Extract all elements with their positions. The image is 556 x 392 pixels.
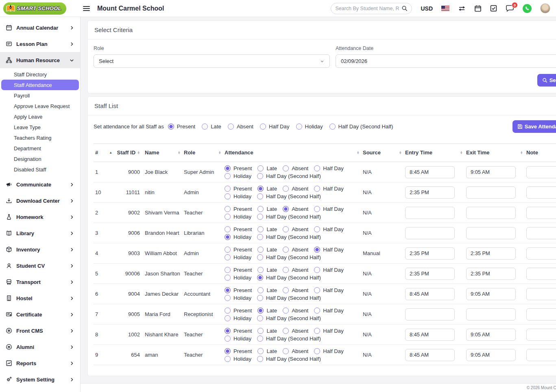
row-4-radio-half-day[interactable]: Half Day (314, 247, 344, 253)
attendance-date-input[interactable] (336, 54, 556, 68)
row-2-radio-absent[interactable]: Absent (283, 206, 308, 212)
radio-icon[interactable] (283, 328, 289, 334)
row-9-radio-half-day[interactable]: Half Day (314, 348, 344, 354)
task-check-icon[interactable] (490, 5, 497, 12)
entry-time-input[interactable] (405, 207, 455, 219)
global-search[interactable] (331, 3, 412, 14)
radio-icon[interactable] (283, 348, 289, 354)
column-header--[interactable]: #▲ (95, 150, 112, 156)
column-header-entry-time[interactable]: Entry Time▲▼ (405, 150, 463, 156)
sidebar-item-homework[interactable]: Homework (0, 209, 80, 225)
row-5-radio-late[interactable]: Late (257, 267, 277, 273)
sidebar-item-hostel[interactable]: Hostel (0, 290, 80, 306)
radio-icon[interactable] (314, 165, 320, 171)
sidebar-subitem-staff-attendance[interactable]: Staff Attendance (1, 80, 79, 90)
radio-icon[interactable] (225, 295, 231, 301)
sidebar-item-annual-calendar[interactable]: Annual Calendar (0, 19, 80, 36)
radio-icon[interactable] (225, 275, 231, 281)
note-input[interactable] (526, 166, 556, 178)
note-input[interactable] (526, 308, 556, 321)
row-9-radio-late[interactable]: Late (257, 348, 277, 354)
language-flag-icon[interactable] (441, 6, 449, 11)
entry-time-input[interactable] (405, 349, 455, 361)
radio-icon[interactable] (257, 356, 263, 362)
sidebar-item-student-cv[interactable]: Student CV (0, 258, 80, 274)
radio-icon[interactable] (283, 267, 289, 273)
avatar[interactable] (540, 3, 550, 13)
sidebar-subitem-approve-leave-request[interactable]: Approve Leave Request (1, 101, 79, 111)
radio-icon[interactable] (225, 348, 231, 354)
radio-icon[interactable] (225, 193, 231, 199)
radio-icon[interactable] (314, 206, 320, 212)
row-8-radio-half-day-second-half-[interactable]: Half Day (Second Half) (257, 336, 321, 342)
calendar-icon[interactable] (474, 5, 482, 12)
radio-icon[interactable] (225, 287, 231, 293)
exit-time-input[interactable] (466, 288, 516, 300)
row-9-radio-half-day-second-half-[interactable]: Half Day (Second Half) (257, 356, 321, 362)
row-10-radio-absent[interactable]: Absent (283, 186, 308, 192)
sidebar-subitem-disabled-staff[interactable]: Disabled Staff (1, 164, 79, 175)
currency-selector[interactable]: USD (421, 5, 433, 12)
entry-time-input[interactable] (405, 268, 455, 280)
radio-icon[interactable] (257, 226, 264, 232)
row-8-radio-holiday[interactable]: Holiday (225, 336, 251, 342)
row-5-radio-half-day-second-half-[interactable]: Half Day (Second Half) (257, 275, 321, 281)
radio-icon[interactable] (257, 287, 264, 293)
chat-icon[interactable]: 0 (506, 5, 514, 12)
row-8-radio-present[interactable]: Present (225, 328, 252, 334)
row-7-radio-half-day[interactable]: Half Day (314, 308, 344, 314)
sidebar-item-library[interactable]: Library (0, 225, 80, 241)
radio-icon[interactable] (225, 315, 231, 321)
set-all-radio-holiday[interactable]: Holiday (296, 123, 323, 130)
row-1-radio-late[interactable]: Late (257, 165, 277, 171)
row-5-radio-holiday[interactable]: Holiday (225, 275, 251, 281)
entry-time-input[interactable] (405, 329, 455, 341)
radio-icon[interactable] (257, 328, 264, 334)
radio-icon[interactable] (257, 348, 264, 354)
radio-icon[interactable] (283, 247, 289, 253)
row-5-radio-present[interactable]: Present (225, 267, 252, 273)
radio-icon[interactable] (314, 328, 320, 334)
sidebar-subitem-designation[interactable]: Designation (1, 154, 79, 164)
row-3-radio-present[interactable]: Present (225, 226, 252, 232)
radio-icon[interactable] (257, 295, 263, 301)
row-1-radio-absent[interactable]: Absent (283, 165, 308, 171)
search-icon[interactable] (401, 5, 408, 11)
note-input[interactable] (526, 329, 556, 341)
row-7-radio-late[interactable]: Late (257, 308, 277, 314)
sidebar-item-lesson-plan[interactable]: Lesson Plan (0, 36, 80, 52)
exit-time-input[interactable] (466, 308, 516, 321)
column-header-attendance[interactable]: Attendance▲▼ (225, 150, 360, 156)
radio-icon[interactable] (296, 123, 302, 130)
entry-time-input[interactable] (405, 288, 455, 300)
radio-icon[interactable] (314, 308, 320, 314)
radio-icon[interactable] (225, 267, 231, 273)
row-3-radio-half-day[interactable]: Half Day (314, 226, 344, 232)
row-2-radio-holiday[interactable]: Holiday (225, 214, 251, 220)
radio-icon[interactable] (225, 173, 231, 179)
column-header-name[interactable]: Name▲▼ (145, 150, 181, 156)
radio-icon[interactable] (228, 123, 234, 130)
entry-time-input[interactable] (405, 247, 455, 260)
row-9-radio-holiday[interactable]: Holiday (225, 356, 251, 362)
sidebar-item-inventory[interactable]: Inventory (0, 241, 80, 258)
row-6-radio-present[interactable]: Present (225, 287, 252, 293)
sidebar-item-human-resource[interactable]: Human Resource (0, 52, 80, 68)
row-4-radio-absent[interactable]: Absent (283, 247, 308, 253)
radio-icon[interactable] (329, 123, 336, 130)
sidebar-subitem-teachers-rating[interactable]: Teachers Rating (1, 132, 79, 143)
note-input[interactable] (526, 207, 556, 219)
row-8-radio-absent[interactable]: Absent (283, 328, 308, 334)
row-7-radio-holiday[interactable]: Holiday (225, 315, 251, 321)
exit-time-input[interactable] (466, 329, 516, 341)
radio-icon[interactable] (314, 186, 320, 192)
radio-icon[interactable] (225, 234, 231, 240)
radio-icon[interactable] (257, 336, 263, 342)
radio-icon[interactable] (283, 206, 289, 212)
row-7-radio-present[interactable]: Present (225, 308, 252, 314)
row-2-radio-present[interactable]: Present (225, 206, 252, 212)
row-6-radio-holiday[interactable]: Holiday (225, 295, 251, 301)
column-header-source[interactable]: Source▲▼ (363, 150, 402, 156)
radio-icon[interactable] (257, 165, 264, 171)
note-input[interactable] (526, 349, 556, 361)
